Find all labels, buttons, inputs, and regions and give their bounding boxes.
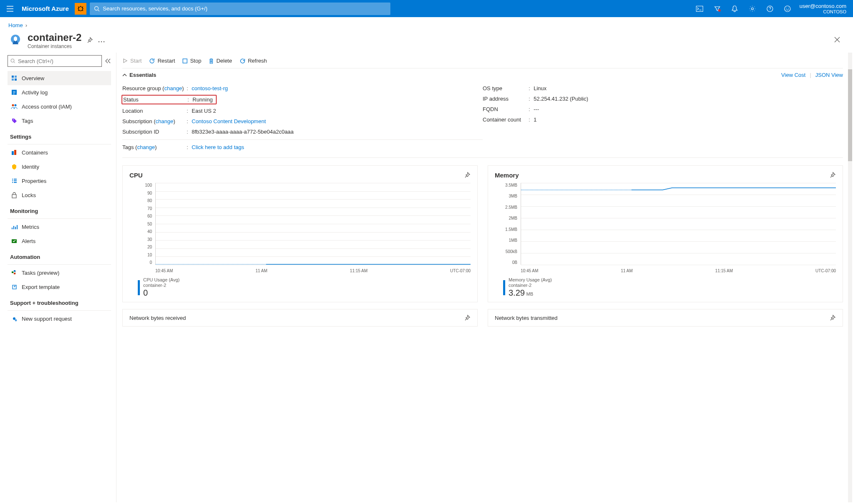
network-tx-card[interactable]: Network bytes transmitted (488, 309, 843, 327)
user-account[interactable]: user@contoso.com CONTOSO (796, 3, 853, 14)
essentials-toggle[interactable]: Essentials (122, 72, 156, 78)
containers-icon (10, 149, 18, 156)
bell-icon (732, 5, 738, 12)
overview-icon (10, 75, 18, 81)
svg-point-0 (78, 7, 83, 11)
memory-chart-card: Memory 3.5MB3MB2.5MB2MB1.5MB1MB500kB0B 1… (488, 165, 843, 302)
more-button[interactable] (98, 38, 105, 44)
start-button[interactable]: Start (122, 58, 142, 64)
sidebar-item-properties[interactable]: Properties (8, 174, 111, 188)
cpu-chart-card: CPU 1009080706050403020100 10:45 AM11 AM… (122, 165, 478, 302)
sidebar-item-identity[interactable]: Identity (8, 160, 111, 174)
close-button[interactable] (834, 36, 845, 45)
pin-cpu-chart-button[interactable] (464, 172, 471, 180)
cpu-chart-title: CPU (129, 172, 471, 179)
settings-button[interactable] (744, 0, 761, 17)
tags-icon (10, 118, 18, 124)
pin-icon (464, 172, 471, 178)
svg-rect-27 (14, 270, 15, 272)
sidebar-item-export-template[interactable]: Export template (8, 280, 111, 294)
breadcrumb-home[interactable]: Home (8, 22, 23, 28)
page-title: container-2 (28, 32, 81, 43)
filter-icon (714, 5, 721, 12)
sidebar-item-tags[interactable]: Tags (8, 114, 111, 128)
container-count-value: 1 (534, 117, 537, 123)
sidebar-item-tasks[interactable]: Tasks (preview) (8, 266, 111, 280)
change-sub-link[interactable]: change (155, 118, 173, 124)
pin-memory-chart-button[interactable] (829, 172, 836, 180)
svg-point-1 (94, 6, 98, 10)
pin-button[interactable] (86, 37, 93, 45)
resource-group-link[interactable]: contoso-test-rg (192, 85, 228, 91)
global-search-input[interactable] (103, 5, 386, 12)
legend-color-swatch (503, 280, 505, 295)
restart-button[interactable]: Restart (149, 58, 175, 64)
sidebar-item-locks[interactable]: Locks (8, 188, 111, 202)
fqdn-value: --- (534, 106, 539, 112)
svg-rect-28 (14, 273, 15, 274)
iam-icon (10, 104, 18, 109)
stop-button[interactable]: Stop (182, 58, 201, 64)
subscription-link[interactable]: Contoso Content Development (192, 118, 266, 124)
directory-filter-button[interactable] (709, 0, 726, 17)
svg-rect-15 (15, 76, 17, 78)
sidebar-item-containers[interactable]: Containers (8, 145, 111, 160)
sidebar-item-new-support-request[interactable]: New support request (8, 312, 111, 326)
play-icon (122, 58, 128, 63)
sidebar-item-iam[interactable]: Access control (IAM) (8, 99, 111, 114)
feedback-button[interactable] (779, 0, 796, 17)
svg-point-30 (13, 317, 15, 320)
sidebar-item-alerts[interactable]: Alerts (8, 234, 111, 248)
menu-toggle[interactable] (0, 0, 20, 17)
sidebar-item-activity-log[interactable]: Activity log (8, 85, 111, 99)
json-view-link[interactable]: JSON View (815, 72, 843, 78)
resource-header: container-2 Container instances (0, 30, 853, 53)
refresh-button[interactable]: Refresh (240, 58, 267, 64)
properties-icon (10, 178, 18, 184)
ip-address-value: 52.254.41.232 (Public) (534, 96, 588, 102)
svg-rect-14 (12, 76, 14, 78)
tasks-icon (10, 270, 18, 276)
svg-point-12 (104, 41, 105, 42)
scrollbar-thumb[interactable] (848, 69, 852, 161)
svg-rect-17 (15, 79, 17, 81)
cpu-chart[interactable]: 1009080706050403020100 10:45 AM11 AM11:1… (129, 183, 471, 275)
view-cost-link[interactable]: View Cost (781, 72, 805, 78)
support-icon (10, 316, 18, 322)
tenant-name: CONTOSO (800, 9, 846, 14)
svg-point-19 (12, 104, 14, 106)
brand-label[interactable]: Microsoft Azure (20, 5, 75, 12)
collapse-sidebar-button[interactable] (105, 58, 111, 68)
search-icon (10, 58, 15, 64)
svg-point-3 (718, 9, 721, 12)
svg-rect-32 (183, 59, 187, 63)
delete-icon (209, 58, 214, 64)
identity-icon (10, 164, 18, 170)
svg-rect-24 (12, 195, 16, 198)
global-search[interactable] (90, 3, 390, 15)
status-label: Status (123, 96, 187, 103)
cloud-shell-button[interactable] (691, 0, 709, 17)
add-tags-link[interactable]: Click here to add tags (192, 144, 244, 150)
network-rx-card[interactable]: Network bytes received (122, 309, 478, 327)
help-button[interactable] (761, 0, 779, 17)
sidebar-search[interactable] (8, 55, 102, 67)
pin-icon (86, 37, 93, 43)
os-type-value: Linux (534, 85, 547, 91)
svg-rect-16 (12, 79, 14, 81)
sidebar-search-input[interactable] (18, 58, 99, 64)
sidebar-item-overview[interactable]: Overview (8, 71, 111, 85)
change-tags-link[interactable]: change (137, 144, 155, 150)
change-rg-link[interactable]: change (164, 85, 182, 91)
delete-button[interactable]: Delete (209, 58, 232, 64)
preview-badge[interactable] (75, 3, 86, 15)
svg-point-13 (11, 59, 14, 62)
sidebar-item-metrics[interactable]: Metrics (8, 220, 111, 234)
breadcrumb: Home › (0, 17, 853, 30)
memory-chart[interactable]: 3.5MB3MB2.5MB2MB1.5MB1MB500kB0B 10:45 AM… (495, 183, 836, 275)
location-value: East US 2 (192, 108, 216, 114)
notifications-button[interactable] (726, 0, 744, 17)
sidebar-heading-monitoring: Monitoring (8, 202, 111, 217)
svg-point-31 (15, 319, 17, 321)
top-icons: user@contoso.com CONTOSO (691, 0, 853, 17)
